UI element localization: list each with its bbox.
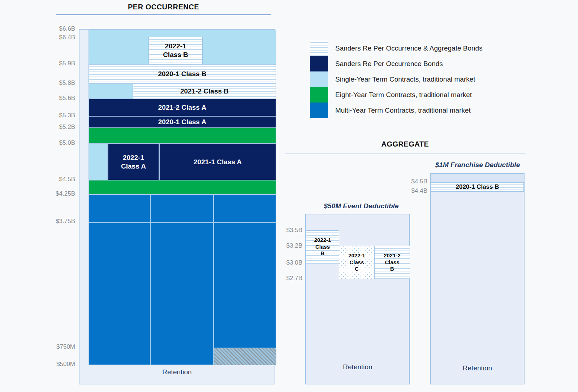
retention-label: Retention [306,363,409,371]
box-2022-1-class-b: 2022-1 Class B [148,37,203,64]
box-2021-2-class-b: 2021-2 Class B [133,84,276,99]
per-occurrence-tower: 2022-1 Class B 2020-1 Class B 2021-2 Cla… [79,29,275,384]
y-tick-label: $5.0B [28,139,75,147]
stripes-pattern-swatch [310,40,328,56]
legend-item: Multi-Year Term Contracts, traditional m… [310,103,534,118]
box-2021-2-class-b-agg: 2021-2 Class B [374,246,410,279]
event-deductible-tower: 2022-1 Class B 2022-1 Class C 2021-2 Cla… [305,214,410,384]
lightblue-swatch [310,71,328,87]
headroom-band [431,174,524,182]
y-tick-label: $3.5B [259,227,302,234]
aggregate-title-rule [285,153,526,153]
box-2020-1-class-b-agg: 2020-1 Class B [431,182,524,192]
event-deductible-label: $50M Event Deductible [285,202,437,210]
column-divider [150,195,151,365]
legend-item: Sanders Re Per Occurrence & Aggregate Bo… [310,40,534,56]
legend-label: Eight-Year Term Contracts, traditional m… [335,91,472,99]
retention-label: Retention [79,368,275,376]
box-2022-1-class-c-agg: 2022-1 Class C [339,246,375,279]
box-2020-1-class-b: 2020-1 Class B [89,64,276,84]
blue-swatch [310,103,328,118]
y-tick-label: $5.8B [28,79,75,87]
eight-year-band-upper [89,128,276,144]
y-tick-label: $3.2B [259,242,302,249]
aggregate-title: AGGREGATE [285,140,526,148]
single-year-slice [89,84,133,99]
y-tick-label: $3.75B [28,218,75,225]
y-tick-label: $4.4B [384,187,427,195]
y-tick-label: $5.2B [28,123,75,131]
multi-year-area [89,195,276,365]
box-2020-1-class-a: 2020-1 Class A [89,116,276,128]
box-2022-1-class-a: 2022-1 Class A [108,144,159,180]
legend-label: Sanders Re Per Occurrence Bonds [335,60,443,68]
per-occurrence-title: PER OCCURRENCE [56,3,271,11]
navy-swatch [310,56,328,71]
legend-item: Eight-Year Term Contracts, traditional m… [310,87,534,103]
y-tick-label: $500M [28,361,75,368]
y-tick-label: $4.25B [28,190,75,197]
legend-label: Single-Year Term Contracts, traditional … [335,75,475,83]
y-tick-label: $6.6B [28,25,75,32]
y-tick-label: $5.9B [28,60,75,67]
box-2022-1-class-b-agg: 2022-1 Class B [306,230,339,263]
green-swatch [310,87,328,103]
franchise-deductible-label: $1M Franchise Deductible [384,161,571,169]
single-year-slice [89,144,108,180]
y-tick-label: $3.0B [259,259,302,266]
column-divider [213,195,214,365]
y-tick-label: $750M [28,343,75,350]
y-tick-label: $5.6B [28,95,75,102]
legend-label: Multi-Year Term Contracts, traditional m… [335,106,471,114]
row-divider [89,222,276,223]
box-2021-2-class-a: 2021-2 Class A [89,99,276,116]
hatched-block [213,348,276,365]
legend-label: Sanders Re Per Occurrence & Aggregate Bo… [335,44,483,52]
y-tick-label: $6.4B [28,34,75,41]
per-occurrence-title-rule [56,14,271,15]
y-tick-label: $2.7B [259,275,302,282]
y-tick-label: $4.5B [28,176,75,183]
franchise-deductible-tower: 2020-1 Class B Retention [430,173,525,384]
y-tick-label: $4.5B [384,178,427,185]
legend-item: Sanders Re Per Occurrence Bonds [310,56,534,71]
retention-label: Retention [431,364,524,372]
box-2021-1-class-a: 2021-1 Class A [159,144,276,180]
eight-year-band-lower [89,180,276,195]
legend-item: Single-Year Term Contracts, traditional … [310,71,534,87]
legend-item: Sanders Re Aggregate Only Bond [310,25,534,40]
y-tick-label: $5.3B [28,112,75,119]
reinsurance-tower-chart: PER OCCURRENCE $6.6B $6.4B $5.9B $5.8B $… [0,0,578,392]
